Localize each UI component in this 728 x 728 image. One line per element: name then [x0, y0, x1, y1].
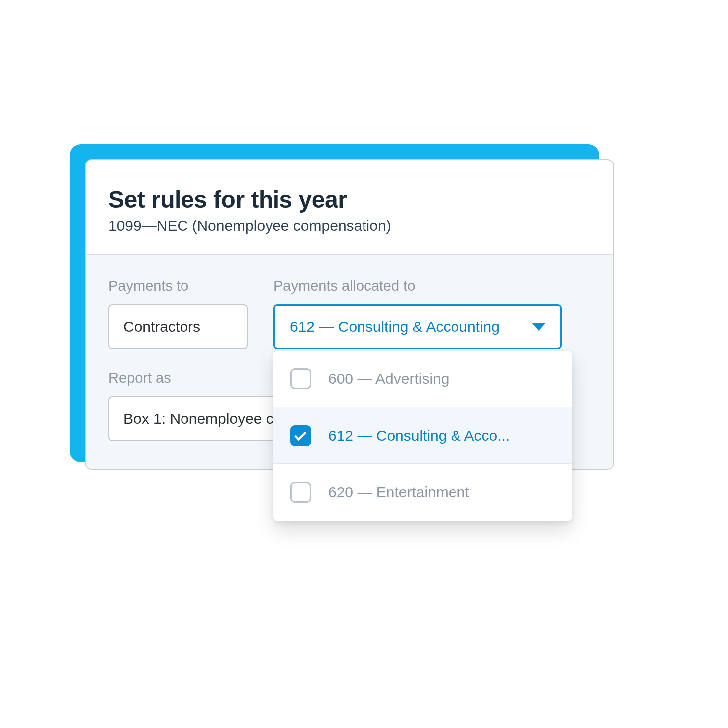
- dropdown-option-612[interactable]: 612 — Consulting & Acco...: [273, 407, 572, 464]
- dropdown-option-600[interactable]: 600 — Advertising: [273, 351, 572, 407]
- card-subtitle: 1099—NEC (Nonemployee compensation): [108, 217, 590, 234]
- checkmark-icon: [294, 428, 306, 440]
- dropdown-option-label: 600 — Advertising: [328, 370, 449, 387]
- payments-to-field: Payments to Contractors: [108, 278, 248, 349]
- rules-card: Set rules for this year 1099—NEC (Nonemp…: [85, 159, 614, 470]
- payments-to-select[interactable]: Contractors: [108, 304, 248, 349]
- card-body: Payments to Contractors Payments allocat…: [86, 255, 613, 469]
- report-as-value: Box 1: Nonemployee c: [123, 410, 273, 427]
- card-header: Set rules for this year 1099—NEC (Nonemp…: [86, 160, 613, 255]
- payments-to-label: Payments to: [108, 278, 248, 294]
- checkbox-unchecked-icon[interactable]: [290, 482, 311, 503]
- payments-allocated-value: 612 — Consulting & Accounting: [290, 318, 500, 335]
- payments-allocated-dropdown: 600 — Advertising 612 — Consulting & Acc…: [273, 351, 572, 521]
- chevron-down-icon: [532, 323, 546, 331]
- dropdown-option-label: 620 — Entertainment: [328, 484, 469, 501]
- payments-allocated-field: Payments allocated to 612 — Consulting &…: [273, 278, 562, 349]
- checkbox-unchecked-icon[interactable]: [290, 368, 311, 389]
- field-row-1: Payments to Contractors Payments allocat…: [108, 278, 590, 349]
- dropdown-option-620[interactable]: 620 — Entertainment: [273, 464, 572, 521]
- checkbox-checked-icon[interactable]: [290, 425, 311, 446]
- payments-allocated-select[interactable]: 612 — Consulting & Accounting: [273, 304, 562, 349]
- payments-allocated-label: Payments allocated to: [273, 278, 562, 294]
- card-title: Set rules for this year: [108, 186, 590, 213]
- dropdown-option-label: 612 — Consulting & Acco...: [328, 427, 510, 444]
- payments-to-value: Contractors: [123, 318, 200, 335]
